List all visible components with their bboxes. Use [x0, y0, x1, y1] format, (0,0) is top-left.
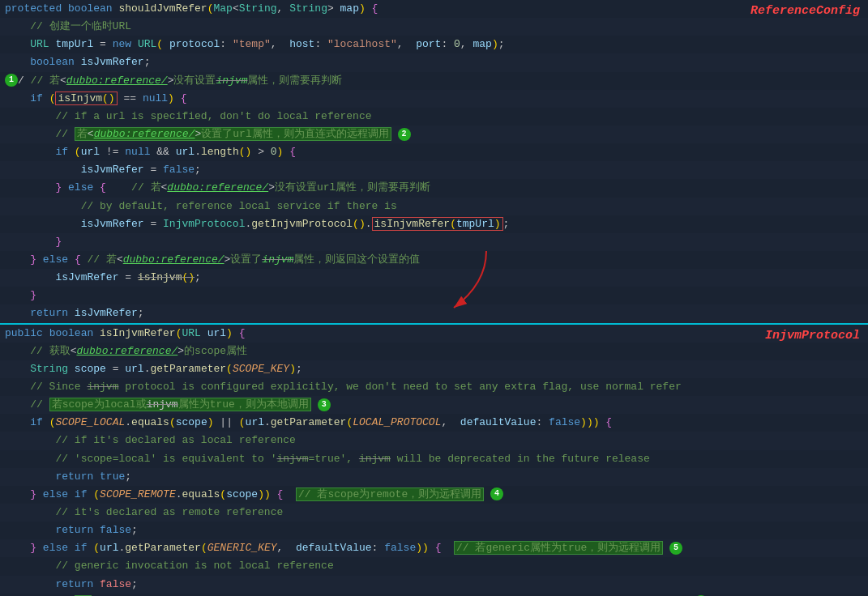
- code-line-31: } else if (url.getParameter(GENERIC_KEY,…: [0, 539, 868, 557]
- code-line-16: isJvmRefer = isInjvm();: [0, 269, 868, 287]
- code-line-3: URL tmpUrl = new URL( protocol: "temp", …: [0, 36, 868, 53]
- code-line-23: // 若scope为local或injvm属性为true，则为本地调用 3: [0, 396, 868, 414]
- code-line-21: String scope = url.getParameter(SCOPE_KE…: [0, 360, 868, 378]
- code-line-27: return true;: [0, 468, 868, 486]
- code-line-8: // 若<dubbo:reference/>设置了url属性，则为直连式的远程调…: [0, 126, 868, 143]
- code-line-1: protected boolean shouldJvmRefer(Map<Str…: [0, 0, 868, 18]
- code-line-2: // 创建一个临时URL: [0, 18, 868, 36]
- code-line-5: 1/ // 若<dubbo:reference/>没有设置injvm属性，则需要…: [0, 72, 868, 90]
- code-line-7: // if a url is specified, don't do local…: [0, 108, 868, 126]
- circle-5: 5: [669, 542, 682, 555]
- code-line-24: if (SCOPE_LOCAL.equals(scope) || (url.ge…: [0, 414, 868, 432]
- code-line-28: } else if (SCOPE_REMOTE.equals(scope)) {…: [0, 486, 868, 504]
- code-line-15: } else { // 若<dubbo:reference/>设置了injvm属…: [0, 251, 868, 269]
- code-line-34: } else if (getExporter(exporterMap, url)…: [0, 594, 868, 596]
- code-line-26: // 'scope=local' is equivalent to 'injvm…: [0, 450, 868, 468]
- code-line-6: if (isInjvm() == null) {: [0, 90, 868, 108]
- code-line-22: // Since injvm protocol is configured ex…: [0, 378, 868, 396]
- code-line-17: }: [0, 287, 868, 304]
- code-line-13: isJvmRefer = InjvmProtocol.getInjvmProto…: [0, 215, 868, 233]
- code-line-14: }: [0, 233, 868, 251]
- code-line-32: // generic invocation is not local refer…: [0, 557, 868, 575]
- code-line-19: public boolean isInjvmRefer(URL url) { I…: [0, 325, 868, 343]
- code-line-12: // by default, reference local service i…: [0, 198, 868, 215]
- code-line-18: return isJvmRefer;: [0, 304, 868, 322]
- code-line-4: boolean isJvmRefer;: [0, 53, 868, 71]
- code-line-9: if (url != null && url.length() > 0) {: [0, 143, 868, 161]
- code-line-29: // it's declared as remote reference: [0, 504, 868, 522]
- circle-4: 4: [490, 487, 503, 500]
- code-line-20: // 获取<dubbo:reference/>的scope属性: [0, 343, 868, 360]
- code-line-30: return false;: [0, 522, 868, 539]
- code-line-11: } else { // 若<dubbo:reference/>没有设置url属性…: [0, 179, 868, 197]
- circle-1: 1: [5, 74, 18, 87]
- code-line-25: // if it's declared as local reference: [0, 432, 868, 449]
- code-line-10: isJvmRefer = false;: [0, 161, 868, 179]
- circle-3: 3: [318, 398, 331, 411]
- code-editor: protected boolean shouldJvmRefer(Map<Str…: [0, 0, 868, 596]
- circle-2: 2: [398, 128, 411, 141]
- code-line-33: return false;: [0, 576, 868, 594]
